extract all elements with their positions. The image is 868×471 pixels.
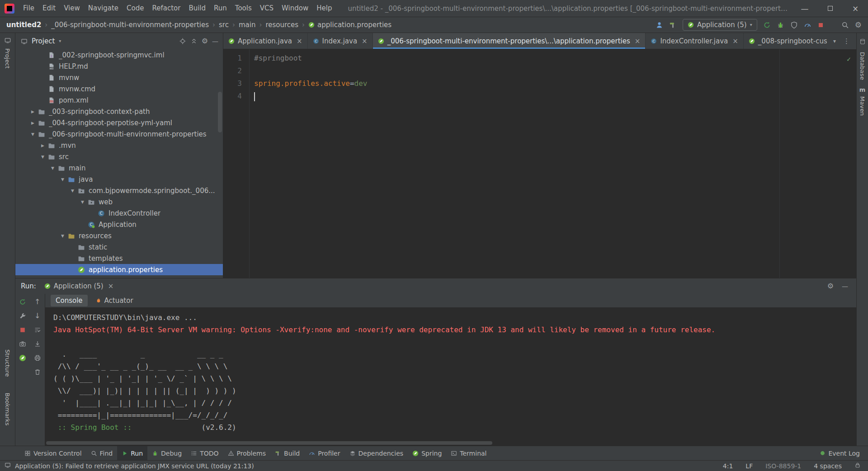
scrollend-icon[interactable] <box>34 340 41 348</box>
chevron-right-icon[interactable]: ▶ <box>28 121 38 125</box>
toolwindow-button-profiler[interactable]: Profiler <box>304 446 344 460</box>
monitor-icon[interactable] <box>5 462 11 468</box>
tree-item-004-springboot-perpotise-yml-yaml[interactable]: ▶_004-springboot-perpotise-yml-yaml <box>15 117 223 128</box>
run-config-selector[interactable]: Application (5)▾ <box>683 19 757 31</box>
tree-item-application-properties[interactable]: application.properties <box>15 264 223 275</box>
editor[interactable]: 1234 #springbootspring.profiles.active=d… <box>223 49 856 278</box>
down-icon[interactable]: ↓ <box>34 312 40 320</box>
tree-item-static[interactable]: static <box>15 241 223 253</box>
caret-position[interactable]: 4:1 <box>723 462 733 470</box>
tree-item-indexcontroller[interactable]: CIndexController <box>15 207 223 219</box>
leaf-icon[interactable] <box>19 354 26 362</box>
toolwindow-stripe-database[interactable]: Database <box>859 52 866 80</box>
run-tab-actuator[interactable]: Actuator <box>90 295 138 306</box>
shield-icon[interactable] <box>790 21 798 29</box>
menu-window[interactable]: Window <box>278 0 312 17</box>
tree-item-pom-xml[interactable]: mpom.xml <box>15 94 223 106</box>
chevron-down-icon[interactable]: ▼ <box>38 155 47 159</box>
rerun-icon[interactable] <box>19 298 26 306</box>
breadcrumb-item-untitled2[interactable]: untitled2 <box>6 21 41 29</box>
up-icon[interactable]: ↑ <box>34 298 40 306</box>
toolwindow-button-dependencies[interactable]: Dependencies <box>345 446 408 460</box>
minimize-button[interactable]: — <box>792 0 817 17</box>
tree-item-web[interactable]: ▼web <box>15 196 223 207</box>
database-icon[interactable] <box>859 38 866 45</box>
tree-item-mvn[interactable]: ▶.mvn <box>15 140 223 151</box>
tab-close-icon[interactable]: × <box>362 37 368 45</box>
editor-code[interactable]: #springbootspring.profiles.active=dev <box>250 49 856 278</box>
run-config-tab[interactable]: Application (5)× <box>41 278 117 294</box>
maximize-button[interactable] <box>817 0 843 17</box>
tree-item-com-bjpowermode-springboot-006[interactable]: ▼com.bjpowermode.springboot._006... <box>15 185 223 196</box>
tab-close-icon[interactable]: × <box>732 37 738 45</box>
tree-item-application-dev-properties[interactable]: application-dev.properties <box>15 275 223 278</box>
chevron-down-icon[interactable]: ▼ <box>68 188 77 193</box>
tree-item-java[interactable]: ▼java <box>15 174 223 185</box>
tree-item-002-springboot-springmvc-iml[interactable]: I_002-springboot-springmvc.iml <box>15 49 223 61</box>
tree-item-templates[interactable]: templates <box>15 253 223 264</box>
menu-refactor[interactable]: Refactor <box>148 0 184 17</box>
toolwindow-button-run[interactable]: Run <box>117 446 147 460</box>
toolwindow-button-debug[interactable]: Debug <box>147 446 186 460</box>
chevron-down-icon[interactable]: ▼ <box>28 132 38 137</box>
breadcrumb-item-src[interactable]: src <box>219 21 229 29</box>
tree-item-006-springboot-multi-environment-properties[interactable]: ▼_006-springboot-multi-environment-prope… <box>15 128 223 140</box>
stop-icon[interactable] <box>19 326 26 334</box>
tree-item-mvnw[interactable]: mvnw <box>15 72 223 83</box>
person-icon[interactable] <box>656 21 663 29</box>
trash-icon[interactable] <box>34 368 41 376</box>
menu-tools[interactable]: Tools <box>231 0 256 17</box>
menu-build[interactable]: Build <box>184 0 210 17</box>
line-ending[interactable]: LF <box>745 462 753 470</box>
toolwindow-stripe-structure[interactable]: Structure <box>4 349 11 377</box>
run-tab-console[interactable]: Console <box>51 295 88 306</box>
chevron-down-icon[interactable]: ▼ <box>58 177 67 182</box>
hammer-icon[interactable] <box>669 21 677 29</box>
toolwindow-button-problems[interactable]: Problems <box>223 446 271 460</box>
chevron-right-icon[interactable]: ▶ <box>38 143 47 148</box>
search-icon[interactable] <box>841 21 849 29</box>
toolwindow-stripe-bookmarks[interactable]: Bookmarks <box>4 393 11 426</box>
menu-view[interactable]: View <box>60 0 84 17</box>
file-encoding[interactable]: ISO-8859-1 <box>765 462 801 470</box>
indent-setting[interactable]: 4 spaces <box>814 462 842 470</box>
tree-item-help-md[interactable]: MDHELP.md <box>15 61 223 72</box>
close-button[interactable]: × <box>843 0 868 17</box>
printer-icon[interactable] <box>34 354 41 362</box>
console-hscrollbar[interactable] <box>45 440 856 446</box>
scrollbar-thumb[interactable] <box>46 441 492 445</box>
bug-icon[interactable] <box>777 21 784 29</box>
toolwindow-button-version-control[interactable]: Version Control <box>20 446 86 460</box>
rerun-icon[interactable] <box>763 21 771 29</box>
menu-code[interactable]: Code <box>123 0 148 17</box>
toolwindow-button-terminal[interactable]: Terminal <box>446 446 491 460</box>
toolwindow-button-build[interactable]: Build <box>270 446 304 460</box>
breadcrumb-item-resources[interactable]: resources <box>265 21 298 29</box>
tree-item-resources[interactable]: ▼resources <box>15 230 223 241</box>
menu-edit[interactable]: Edit <box>38 0 60 17</box>
tree-item-src[interactable]: ▼src <box>15 151 223 162</box>
minus-icon[interactable]: — <box>842 283 848 289</box>
gear-icon[interactable]: ⚙ <box>855 21 862 29</box>
collapse-icon[interactable] <box>190 38 198 45</box>
menu-file[interactable]: File <box>19 0 38 17</box>
toolwindow-stripe-project[interactable]: Project <box>4 48 11 68</box>
toolwindow-stripe-maven[interactable]: Maven <box>859 96 866 116</box>
tree-item-main[interactable]: ▼main <box>15 162 223 174</box>
event-log-button[interactable]: Event Log <box>811 446 868 460</box>
gear-icon[interactable]: ⚙ <box>827 283 834 290</box>
menu-run[interactable]: Run <box>210 0 231 17</box>
minus-icon[interactable]: — <box>212 38 218 44</box>
chevron-down-icon[interactable]: ▼ <box>78 200 87 204</box>
inspection-status-icon[interactable]: ✓ <box>847 53 851 66</box>
tab-application-java[interactable]: Application.java× <box>223 33 308 49</box>
chevdown-icon[interactable]: ▾ <box>833 38 836 44</box>
tab-index-java[interactable]: CIndex.java× <box>308 33 373 49</box>
toolwindow-button-find[interactable]: Find <box>86 446 118 460</box>
gauge-icon[interactable] <box>804 21 811 29</box>
chevron-down-icon[interactable]: ▼ <box>58 234 67 238</box>
toolwindow-button-spring[interactable]: Spring <box>408 446 446 460</box>
lock-icon[interactable] <box>854 462 861 468</box>
tab-006-springboot-multi-environment-properties-application-properties[interactable]: _006-springboot-multi-environment-proper… <box>373 33 646 49</box>
chevdown-icon[interactable]: ▾ <box>59 39 61 43</box>
